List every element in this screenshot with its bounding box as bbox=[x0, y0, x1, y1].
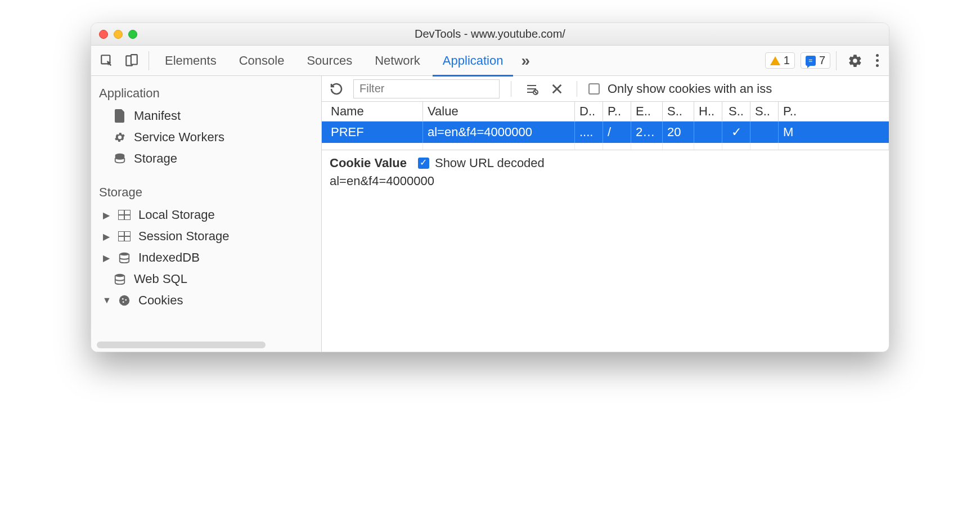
cell-priority: M bbox=[779, 122, 889, 143]
only-issue-checkbox[interactable] bbox=[588, 83, 600, 95]
cell-domain: .... bbox=[575, 122, 603, 143]
only-issue-label: Only show cookies with an iss bbox=[608, 82, 772, 96]
sidebar-item-local-storage[interactable]: ▶ Local Storage bbox=[91, 204, 321, 226]
cell-name: PREF bbox=[322, 122, 423, 143]
cell-samesite bbox=[750, 122, 779, 143]
message-icon: = bbox=[806, 56, 816, 66]
maximize-window-button[interactable] bbox=[128, 30, 137, 39]
sidebar-item-label: Manifest bbox=[134, 109, 181, 123]
tab-sources[interactable]: Sources bbox=[296, 46, 362, 76]
cookie-value-text: al=en&f4=4000000 bbox=[330, 174, 881, 188]
sidebar-item-label: Session Storage bbox=[138, 229, 229, 244]
sidebar-item-session-storage[interactable]: ▶ Session Storage bbox=[91, 226, 321, 247]
delete-selected-button[interactable] bbox=[549, 80, 565, 97]
svg-point-10 bbox=[120, 253, 129, 256]
messages-badge[interactable]: = 7 bbox=[801, 52, 830, 69]
file-icon bbox=[113, 109, 127, 123]
table-icon bbox=[117, 231, 132, 241]
col-secure[interactable]: S.. bbox=[722, 102, 750, 121]
svg-point-11 bbox=[115, 274, 125, 277]
sidebar-item-indexeddb[interactable]: ▶ IndexedDB bbox=[91, 247, 321, 268]
sidebar-heading-application: Application bbox=[91, 82, 321, 105]
database-icon bbox=[113, 273, 127, 285]
cookie-icon bbox=[117, 294, 132, 307]
filter-input[interactable] bbox=[353, 79, 500, 98]
settings-button[interactable] bbox=[842, 53, 868, 68]
col-expires[interactable]: E.. bbox=[631, 102, 663, 121]
inspect-element-icon[interactable] bbox=[99, 53, 115, 69]
sidebar-item-label: Web SQL bbox=[134, 272, 187, 286]
sidebar-item-label: Storage bbox=[134, 151, 177, 166]
cookies-panel: Only show cookies with an iss Name Value… bbox=[322, 76, 889, 352]
close-window-button[interactable] bbox=[99, 30, 108, 39]
sidebar-heading-storage: Storage bbox=[91, 181, 321, 204]
cookies-toolbar: Only show cookies with an iss bbox=[322, 76, 889, 102]
show-url-decoded-label: Show URL decoded bbox=[435, 156, 545, 170]
sidebar-item-label: Local Storage bbox=[138, 208, 215, 222]
tab-network[interactable]: Network bbox=[365, 46, 430, 76]
clear-all-button[interactable] bbox=[523, 80, 541, 98]
warnings-badge[interactable]: 1 bbox=[765, 52, 795, 69]
cookies-table-header: Name Value D.. P.. E.. S.. H.. S.. S.. P… bbox=[322, 102, 889, 122]
separator bbox=[149, 51, 149, 70]
database-icon bbox=[117, 251, 132, 264]
kebab-menu-button[interactable] bbox=[870, 54, 884, 67]
table-icon bbox=[117, 210, 132, 220]
chevron-right-icon: ▶ bbox=[102, 210, 110, 221]
cell-path: / bbox=[603, 122, 631, 143]
svg-point-12 bbox=[119, 295, 129, 306]
cell-expires: 2… bbox=[631, 122, 663, 143]
cell-value: al=en&f4=4000000 bbox=[423, 122, 575, 143]
svg-line-20 bbox=[534, 91, 537, 94]
database-icon bbox=[113, 152, 127, 165]
separator bbox=[836, 51, 837, 70]
application-sidebar: Application Manifest Service Workers Sto… bbox=[91, 76, 322, 352]
titlebar: DevTools - www.youtube.com/ bbox=[91, 23, 889, 46]
more-tabs-button[interactable]: » bbox=[515, 52, 536, 70]
warnings-count: 1 bbox=[784, 54, 790, 67]
device-toggle-icon[interactable] bbox=[124, 53, 140, 69]
sidebar-item-label: IndexedDB bbox=[138, 250, 200, 265]
svg-point-13 bbox=[122, 298, 124, 300]
minimize-window-button[interactable] bbox=[114, 30, 123, 39]
col-domain[interactable]: D.. bbox=[575, 102, 603, 121]
svg-rect-2 bbox=[131, 55, 137, 64]
table-row[interactable]: PREF al=en&f4=4000000 .... / 2… 20 ✓ M bbox=[322, 122, 889, 143]
sidebar-item-cookies[interactable]: ▼ Cookies bbox=[91, 290, 321, 311]
traffic-lights bbox=[91, 30, 137, 39]
chevron-down-icon: ▼ bbox=[102, 295, 110, 306]
tab-application[interactable]: Application bbox=[433, 46, 514, 76]
sidebar-item-label: Cookies bbox=[138, 293, 183, 308]
sidebar-item-manifest[interactable]: Manifest bbox=[91, 105, 321, 127]
col-priority[interactable]: P.. bbox=[779, 102, 889, 121]
issue-badges: 1 = 7 bbox=[765, 52, 830, 69]
tab-console[interactable]: Console bbox=[229, 46, 295, 76]
col-httponly[interactable]: H.. bbox=[694, 102, 722, 121]
col-value[interactable]: Value bbox=[423, 102, 575, 121]
cookies-table-body: PREF al=en&f4=4000000 .... / 2… 20 ✓ M bbox=[322, 122, 889, 150]
sidebar-item-storage[interactable]: Storage bbox=[91, 148, 321, 169]
sidebar-scrollbar[interactable] bbox=[97, 342, 266, 348]
chevron-right-icon: ▶ bbox=[102, 231, 110, 242]
show-url-decoded-checkbox[interactable] bbox=[418, 158, 429, 169]
devtools-window: DevTools - www.youtube.com/ Elements Con… bbox=[91, 23, 889, 352]
cookie-detail: Cookie Value Show URL decoded al=en&f4=4… bbox=[322, 150, 889, 352]
cell-httponly bbox=[694, 122, 722, 143]
sidebar-item-service-workers[interactable]: Service Workers bbox=[91, 127, 321, 148]
panel-body: Application Manifest Service Workers Sto… bbox=[91, 76, 889, 352]
tab-elements[interactable]: Elements bbox=[155, 46, 227, 76]
separator bbox=[511, 81, 511, 97]
sidebar-item-label: Service Workers bbox=[134, 130, 224, 145]
refresh-button[interactable] bbox=[327, 80, 345, 98]
table-row-empty bbox=[322, 143, 889, 150]
col-name[interactable]: Name bbox=[322, 102, 423, 121]
gear-icon bbox=[113, 131, 127, 143]
cookie-value-title: Cookie Value bbox=[330, 156, 407, 170]
chevron-right-icon: ▶ bbox=[102, 253, 110, 263]
col-size[interactable]: S.. bbox=[663, 102, 694, 121]
sidebar-item-web-sql[interactable]: Web SQL bbox=[91, 268, 321, 290]
col-path[interactable]: P.. bbox=[603, 102, 631, 121]
svg-point-14 bbox=[125, 299, 127, 301]
cell-size: 20 bbox=[663, 122, 694, 143]
col-samesite[interactable]: S.. bbox=[750, 102, 779, 121]
